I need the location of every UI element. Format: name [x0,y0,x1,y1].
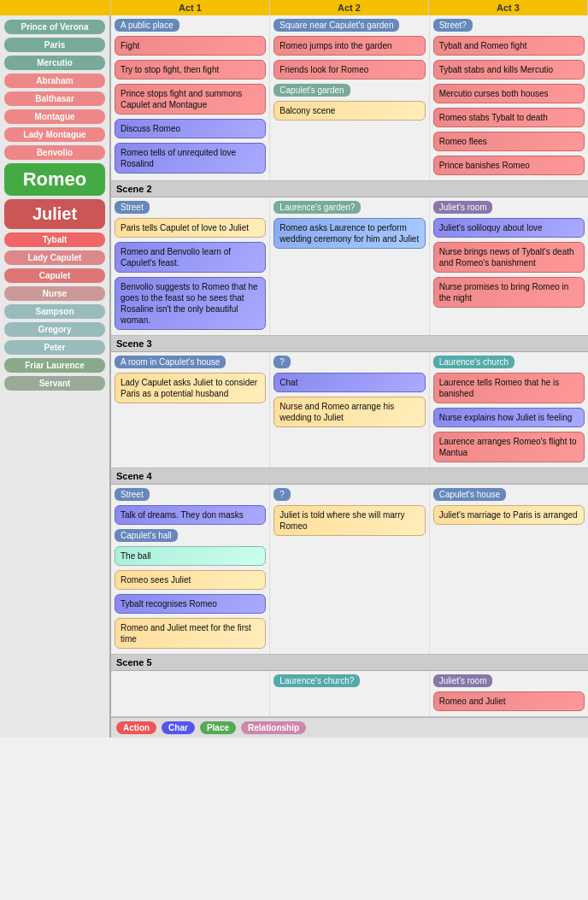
scene1-cols: A public place Fight Try to stop fight, … [111,15,588,180]
sidebar-friar[interactable]: Friar Laurence [4,358,105,373]
scene1-col2: Square near Capulet's garden Romeo jumps… [270,15,429,180]
scene3-col1: A room in Capulet's house Lady Capulet a… [111,352,270,468]
card-nurse-explains[interactable]: Nurse explains how Juliet is feeling [433,408,585,427]
sidebar-balthasar[interactable]: Balthasar [4,91,105,106]
scene1-col3: Street? Tybalt and Romeo fight Tybalt st… [430,15,588,180]
location-street2: Street [115,201,150,214]
card-laurence-arranges[interactable]: Laurence arranges Romeo's flight to Mant… [433,432,585,462]
sidebar-peter[interactable]: Peter [4,340,105,355]
location-capulets-house2: Capulet's house [433,488,506,501]
scene4-header: Scene 4 [111,468,588,485]
act1-header: Act 1 [111,0,270,15]
card-romeo-jumps[interactable]: Romeo jumps into the garden [273,36,425,56]
content-area: A public place Fight Try to stop fight, … [111,15,588,738]
sidebar: Prince of Verona Paris Mercutio Abraham … [0,15,111,738]
sidebar-montague[interactable]: Montague [4,109,105,124]
card-romeo-benvolio[interactable]: Romeo and Benvolio learn of Capulet's fe… [115,242,266,273]
scene2-col2: Laurence's garden? Romeo asks Laurence t… [270,197,429,335]
scene1-col1: A public place Fight Try to stop fight, … [111,15,270,180]
scene3-header: Scene 3 [111,336,588,352]
card-prince-stops[interactable]: Prince stops fight and summons Capulet a… [115,84,266,115]
sidebar-abraham[interactable]: Abraham [4,74,105,88]
card-fight[interactable]: Fight [115,36,266,56]
scene5-section: Scene 5 Laurence's church? Juliet's room… [111,655,588,717]
location-capulet-house: A room in Capulet's house [115,356,226,368]
location-juliet-room2: Juliet's room [433,674,493,687]
location-q2: ? [273,488,291,501]
sidebar-tybalt[interactable]: Tybalt [4,232,105,247]
card-nurse-romeo-wedding[interactable]: Nurse and Romeo arrange his wedding to J… [273,397,425,427]
scene3-section: Scene 3 A room in Capulet's house Lady C… [111,336,588,468]
legend-action: Action [116,721,156,734]
card-mercutio-curses[interactable]: Mercutio curses both houses [433,84,585,103]
sidebar-capulet[interactable]: Capulet [4,268,105,283]
card-ball[interactable]: The ball [115,546,266,566]
sidebar-sampson[interactable]: Sampson [4,304,105,319]
sidebar-juliet[interactable]: Juliet [4,199,105,229]
card-talk-dreams[interactable]: Talk of dreams. They don masks [115,505,266,525]
legend-relation: Relationship [241,721,306,734]
location-juliet-room: Juliet's room [433,201,493,214]
sidebar-ladymontague[interactable]: Lady Montague [4,127,105,142]
sidebar-romeo[interactable]: Romeo [4,163,105,196]
card-juliet-told[interactable]: Juliet is told where she will marry Rome… [273,505,425,536]
sidebar-gregory[interactable]: Gregory [4,322,105,337]
header-spacer [0,0,111,15]
legend-place: Place [200,721,236,734]
location-q1: ? [273,356,291,368]
scene4-col1: Street Talk of dreams. They don masks Ca… [111,485,270,654]
card-romeo-rosalind[interactable]: Romeo tells of unrequited love Rosalind [115,143,266,174]
card-laurence-tells[interactable]: Laurence tells Romeo that he is banished [433,373,585,403]
location-laurence-church: Laurence's church [433,356,514,368]
act2-header: Act 2 [270,0,429,15]
location-street: Street? [433,19,473,32]
card-tybalt-kills[interactable]: Tybalt stabs and kills Mercutio [433,60,585,79]
card-juliet-soliloquy[interactable]: Juliet's soliloquy about love [433,218,585,238]
scene2-col3: Juliet's room Juliet's soliloquy about l… [430,197,588,335]
scene5-cols: Laurence's church? Juliet's room Romeo a… [111,671,588,716]
card-prince-banishes[interactable]: Prince banishes Romeo [433,156,585,175]
sidebar-benvolio[interactable]: Benvolio [4,145,105,160]
scene3-col3: Laurence's church Laurence tells Romeo t… [430,352,588,468]
scene4-col3: Capulet's house Juliet's marriage to Par… [430,485,588,654]
card-benvolio-suggests[interactable]: Benvolio suggests to Romeo that he goes … [115,277,266,330]
legend-row: Action Char Place Relationship [111,717,588,738]
scene2-section: Scene 2 Street Paris tells Capulet of lo… [111,181,588,336]
sidebar-mercutio[interactable]: Mercutio [4,56,105,70]
location-square-garden: Square near Capulet's garden [273,19,399,32]
card-stop-fight[interactable]: Try to stop fight, then fight [115,60,266,79]
sidebar-nurse[interactable]: Nurse [4,286,105,301]
scene4-section: Scene 4 Street Talk of dreams. They don … [111,468,588,655]
card-friends-look[interactable]: Friends look for Romeo [273,60,425,79]
card-lady-capulet[interactable]: Lady Capulet asks Juliet to consider Par… [115,373,266,403]
legend-char: Char [162,721,195,734]
card-romeo-sees-juliet[interactable]: Romeo sees Juliet [115,570,266,590]
scene3-cols: A room in Capulet's house Lady Capulet a… [111,352,588,468]
card-romeo-juliet[interactable]: Romeo and Juliet [433,691,585,711]
card-nurse-promises[interactable]: Nurse promises to bring Romeo in the nig… [433,277,585,308]
card-nurse-news[interactable]: Nurse brings news of Tybalt's death and … [433,242,585,273]
card-chat[interactable]: Chat [273,373,425,392]
act3-header: Act 3 [429,0,588,15]
card-romeo-stabs[interactable]: Romeo stabs Tybalt to death [433,108,585,127]
card-paris-capulet[interactable]: Paris tells Capulet of love to Juliet [115,218,266,238]
card-tybalt-romeo-fight[interactable]: Tybalt and Romeo fight [433,36,585,56]
sidebar-servant[interactable]: Servant [4,376,105,391]
location-laurence-church2: Laurence's church? [273,674,360,687]
header-row: Act 1 Act 2 Act 3 [0,0,588,15]
card-tybalt-recognises[interactable]: Tybalt recognises Romeo [115,594,266,614]
scene4-col2: ? Juliet is told where she will marry Ro… [270,485,429,654]
card-discuss-romeo[interactable]: Discuss Romeo [115,119,266,138]
scene4-cols: Street Talk of dreams. They don masks Ca… [111,485,588,654]
sidebar-prince[interactable]: Prince of Verona [4,20,105,34]
card-juliet-marriage[interactable]: Juliet's marriage to Paris is arranged [433,505,585,525]
card-balcony[interactable]: Balcony scene [273,101,425,121]
main-layout: Prince of Verona Paris Mercutio Abraham … [0,15,588,738]
scene3-col2: ? Chat Nurse and Romeo arrange his weddi… [270,352,429,468]
card-romeo-laurence[interactable]: Romeo asks Laurence to perform wedding c… [273,218,425,249]
card-romeo-juliet-meet[interactable]: Romeo and Juliet meet for the first time [115,618,266,649]
sidebar-paris[interactable]: Paris [4,38,105,52]
location-laurence-garden: Laurence's garden? [273,201,361,214]
card-romeo-flees[interactable]: Romeo flees [433,132,585,151]
sidebar-ladycap[interactable]: Lady Capulet [4,250,105,265]
